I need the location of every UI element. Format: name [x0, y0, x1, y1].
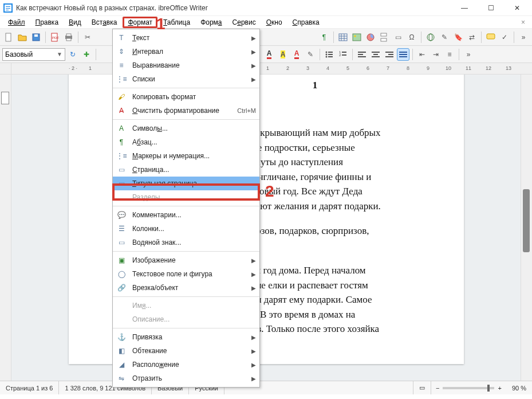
maximize-button[interactable]: ☐: [483, 2, 499, 14]
cut-button[interactable]: ✂: [81, 31, 94, 44]
font-color-button[interactable]: A: [263, 48, 275, 61]
menu-paragraph[interactable]: ¶Абзац...: [113, 135, 259, 149]
menu-lists[interactable]: ⋮≡Списки▶: [113, 72, 259, 86]
menu-clear-format[interactable]: A̶Очистить форматированиеCtrl+M: [113, 104, 259, 118]
status-page[interactable]: Страница 1 из 6: [0, 381, 59, 394]
bullets-button[interactable]: [323, 48, 336, 61]
chart-button[interactable]: [364, 31, 377, 44]
menu-edit[interactable]: Правка: [31, 17, 64, 28]
update-style-button[interactable]: ↻: [66, 48, 79, 61]
toolbar-standard: PDF ✂ ¶ ▭ Ω ✎ 🔖 ⇄ ✓ »: [0, 29, 532, 46]
zoom-out-icon[interactable]: −: [436, 385, 439, 392]
menu-comments[interactable]: 💬Комментарии...: [113, 208, 259, 222]
svg-rect-21: [381, 33, 387, 36]
zoom-in-icon[interactable]: +: [498, 385, 501, 392]
paragraph-style-combo[interactable]: Базовый ▼: [2, 48, 65, 61]
menu-form[interactable]: Форма: [196, 17, 226, 28]
menu-service[interactable]: Сервис: [228, 17, 261, 28]
numbering-button[interactable]: 12: [337, 48, 349, 61]
svg-rect-44: [388, 54, 393, 55]
menu-watermark[interactable]: ▭Водяной знак...: [113, 236, 259, 249]
close-button[interactable]: ✕: [509, 2, 525, 14]
svg-point-19: [354, 35, 356, 37]
footnote-button[interactable]: ✎: [438, 31, 451, 44]
svg-point-29: [326, 53, 328, 55]
pagebreak-button[interactable]: [378, 31, 391, 44]
specialchar-button[interactable]: Ω: [405, 31, 418, 44]
menu-align[interactable]: ≡Выравнивание▶: [113, 58, 259, 72]
page-thumbnail-icon: [1, 92, 9, 104]
menu-anchor[interactable]: ⚓Привязка▶: [113, 330, 259, 344]
linespacing-button[interactable]: ≡: [443, 48, 456, 61]
menu-columns[interactable]: ☰Колонки...: [113, 222, 259, 236]
image-button[interactable]: [350, 31, 363, 44]
trackchanges-button[interactable]: ✓: [498, 31, 511, 44]
menu-textbox-shape[interactable]: ◯Текстовое поле и фигура▶: [113, 267, 259, 281]
new-button[interactable]: [2, 31, 15, 44]
svg-rect-12: [66, 38, 71, 41]
menu-format[interactable]: Формат: [123, 17, 157, 28]
align-right-button[interactable]: [383, 48, 396, 61]
svg-rect-45: [385, 56, 393, 57]
save-button[interactable]: [30, 31, 42, 44]
print-button[interactable]: [62, 31, 75, 44]
more-button[interactable]: »: [517, 31, 530, 44]
bookmark-button[interactable]: 🔖: [452, 31, 464, 44]
align-justify-button[interactable]: [397, 48, 409, 61]
status-view-icon[interactable]: ▭: [413, 381, 431, 394]
align-center-button[interactable]: [369, 48, 382, 61]
menu-interval[interactable]: ⇕Интервал▶: [113, 45, 259, 58]
field-button[interactable]: ▭: [392, 31, 404, 44]
menu-clone-format[interactable]: 🖌Копировать формат: [113, 90, 259, 104]
ruler: · 2 · 1 12345678910111213: [0, 63, 532, 75]
zoom-value[interactable]: 90 %: [506, 381, 532, 394]
menu-view[interactable]: Вид: [64, 17, 86, 28]
comment-button[interactable]: [484, 31, 497, 44]
menu-text[interactable]: TТекст▶: [113, 31, 259, 45]
scroll-thumb[interactable]: [523, 189, 530, 252]
more2-button[interactable]: »: [462, 48, 475, 61]
indent-dec-button[interactable]: ⇤: [416, 48, 428, 61]
hyperlink-button[interactable]: [424, 31, 437, 44]
char-icon: A: [116, 123, 127, 134]
font-color2-button[interactable]: A: [290, 48, 303, 61]
align-left-button[interactable]: [356, 48, 368, 61]
char-bg-button[interactable]: A: [277, 48, 289, 61]
ruler-horizontal[interactable]: · 2 · 1 12345678910111213: [11, 63, 532, 74]
menu-page-style[interactable]: ▭Страница...: [113, 163, 259, 177]
open-button[interactable]: [16, 31, 29, 44]
menu-file[interactable]: Файл: [3, 17, 30, 28]
menu-image[interactable]: ▣Изображение▶: [113, 253, 259, 267]
highlight2-button[interactable]: ✎: [304, 48, 317, 61]
menu-character[interactable]: AСимволы...: [113, 122, 259, 135]
menu-flip[interactable]: ⇋Отразить▶: [113, 371, 259, 385]
svg-rect-11: [66, 34, 71, 36]
menu-window[interactable]: Окно: [262, 17, 287, 28]
new-style-button[interactable]: ✚: [80, 48, 93, 61]
menu-frame[interactable]: 🔗Врезка/объект▶: [113, 281, 259, 295]
menu-arrange[interactable]: ◢Расположение▶: [113, 358, 259, 371]
menu-insert[interactable]: Вставка: [87, 17, 122, 28]
menu-title-page[interactable]: ▭Титульная страница...: [113, 177, 259, 190]
menu-bullets-numbering[interactable]: ⋮≡Маркеры и нумерация...: [113, 149, 259, 163]
bullets-icon: ⋮≡: [116, 151, 127, 161]
svg-rect-46: [399, 52, 407, 53]
svg-rect-47: [399, 54, 407, 55]
document-canvas[interactable]: 1 зных странах й праздник, открывающий н…: [11, 75, 521, 381]
menu-wrap[interactable]: ◧Обтекание▶: [113, 344, 259, 358]
ruler-vertical[interactable]: [0, 75, 11, 381]
arrange-icon: ◢: [116, 359, 127, 370]
export-pdf-button[interactable]: PDF: [49, 31, 61, 44]
doc-close-button[interactable]: ×: [518, 18, 529, 26]
menu-sections: Разделы...: [113, 190, 259, 204]
minimize-button[interactable]: —: [456, 2, 472, 14]
table-button[interactable]: [337, 31, 349, 44]
menu-help[interactable]: Справка: [288, 17, 324, 28]
vertical-scrollbar[interactable]: [521, 75, 532, 381]
titlebar: Как встречают Новый год в разных странах…: [0, 0, 532, 16]
brush-icon: 🖌: [116, 92, 127, 102]
zoom-slider[interactable]: − +: [431, 385, 506, 392]
crossref-button[interactable]: ⇄: [466, 31, 478, 44]
pilcrow-button[interactable]: ¶: [318, 31, 330, 44]
indent-inc-button[interactable]: ⇥: [429, 48, 442, 61]
